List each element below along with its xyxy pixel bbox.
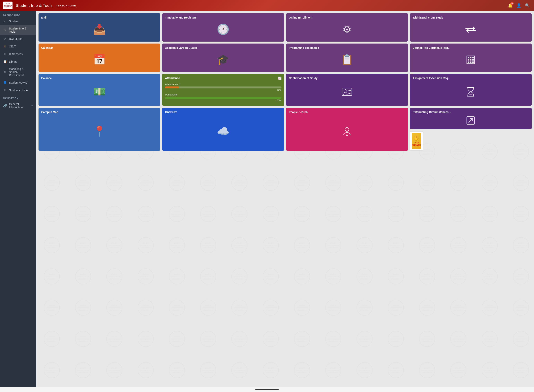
data-breach-tile[interactable]: ✋ DATABREACH [410, 131, 423, 151]
timetable-tile-icon-area: 🕐 [165, 20, 281, 39]
sidebar-item-student-info-tools[interactable]: ℹ Student Info & Tools [0, 25, 36, 35]
campus-map-tile-title: Campus Map [41, 111, 157, 114]
mail-tile-title: Mail [41, 16, 157, 19]
svg-point-22 [345, 127, 349, 131]
calendar-icon: 📅 [93, 54, 106, 65]
academic-jargon-tile[interactable]: Academic Jargon Buster 🎓 [162, 43, 284, 72]
person-location-icon [342, 126, 353, 137]
celt-icon: 🎓 [3, 45, 7, 48]
council-tax-tile-icon-area [413, 50, 529, 69]
tiles-grid: Mail 📥 Timetable and Registers 🕐 Online … [38, 13, 532, 151]
sidebar-bgfutures-label: BGFutures [9, 37, 33, 40]
attendance-progress-bg [165, 86, 281, 89]
sidebar-item-student[interactable]: ⌂ Student [0, 18, 36, 25]
online-enrollment-tile[interactable]: Online Enrollment ⚙ [286, 13, 408, 42]
svg-rect-13 [470, 61, 472, 63]
sidebar-item-celt[interactable]: 🎓 CELT [0, 42, 36, 50]
money-icon: 💵 [93, 86, 106, 98]
programme-timetables-tile-icon-area: 📋 [289, 50, 405, 69]
logo-text: BISHOP GROSSTESTE UNIVERSITY [3, 3, 13, 8]
inbox-icon: 📥 [93, 23, 106, 35]
search-icon: 🔍 [525, 3, 530, 8]
punctuality-progress-bg [165, 97, 281, 99]
campus-map-tile[interactable]: Campus Map 📍 [38, 108, 160, 151]
people-search-tile[interactable]: People Search [286, 108, 408, 151]
info-icon: ℹ [3, 28, 7, 32]
building-icon [466, 55, 476, 65]
svg-rect-10 [470, 59, 472, 61]
council-tax-tile[interactable]: Council Tax Certificate Req... [410, 43, 532, 72]
extenuating-icon-area [413, 114, 529, 126]
confirmation-study-icon-area [289, 80, 405, 103]
notification-badge: 26 [510, 2, 514, 5]
people-search-icon-area [289, 114, 405, 148]
svg-point-23 [346, 135, 348, 136]
it-icon: ⊞ [3, 52, 7, 56]
svg-rect-14 [472, 61, 474, 63]
attendance-tile[interactable]: Attendance 📈 Attendance ℹ 12% Punctualit… [162, 74, 284, 106]
attendance-progress-fill [165, 86, 179, 89]
sidebar-student-advice-label: Student Advice [9, 81, 33, 84]
university-logo[interactable]: BISHOP GROSSTESTE UNIVERSITY [3, 2, 13, 9]
graduation-icon: 🎓 [217, 54, 229, 65]
content-area: BISHOP GROSSETESTE UNIVERSITY Mail 📥 Tim… [36, 11, 534, 387]
programme-timetables-tile-title: Programme Timetables [289, 46, 405, 49]
confirmation-study-tile[interactable]: Confirmation of Study [286, 74, 408, 106]
sidebar-it-label: IT Services [9, 52, 33, 56]
extenuating-and-data-breach: Extenuating Circumstances... ✋ DATABREAC… [410, 108, 532, 151]
enrollment-icon: ⚙ [343, 24, 352, 35]
schedule-icon: 📋 [341, 54, 353, 65]
mail-tile[interactable]: Mail 📥 [38, 13, 160, 42]
balance-tile-title: Balance [41, 77, 157, 80]
header-icons: 🔔 26 👤 🔍 [507, 2, 531, 9]
hand-icon: ✋ [413, 135, 419, 141]
user-profile-button[interactable]: 👤 [515, 2, 522, 9]
sidebar-item-students-union[interactable]: ⊞ Students Union [0, 86, 36, 94]
sidebar: DASHBOARDS ⌂ Student ℹ Student Info & To… [0, 11, 36, 387]
academic-jargon-tile-title: Academic Jargon Buster [165, 46, 281, 49]
calendar-tile[interactable]: Calendar 📅 [38, 43, 160, 72]
attendance-label: Attendance ℹ [165, 83, 281, 86]
academic-jargon-tile-icon-area: 🎓 [165, 50, 281, 69]
sidebar-item-bgfutures[interactable]: ⌂ BGFutures [0, 35, 36, 42]
sidebar-general-info-label: General Information [9, 103, 29, 109]
hourglass-icon [466, 86, 476, 97]
notification-bell-button[interactable]: 🔔 26 [507, 2, 514, 9]
onedrive-tile[interactable]: OneDrive ☁️ [162, 108, 284, 151]
sidebar-item-library[interactable]: 📋 Library [0, 58, 36, 65]
sidebar-student-info-label: Student Info & Tools [9, 27, 33, 33]
bgfutures-icon: ⌂ [3, 37, 7, 41]
programme-timetables-tile[interactable]: Programme Timetables 📋 [286, 43, 408, 72]
arrows-icon [465, 26, 477, 33]
punctuality-percent: 100% [165, 99, 281, 102]
personalise-button[interactable]: PERSONALISE [56, 4, 76, 7]
sidebar-marketing-label: Marketing & Student Recruitment [9, 67, 33, 77]
assignment-ext-tile[interactable]: Assignment Extension Req... [410, 74, 532, 106]
sidebar-item-general-info[interactable]: 🔗 General Information ▼ [0, 101, 36, 111]
search-button[interactable]: 🔍 [524, 2, 531, 9]
student-advice-icon: 👤 [3, 81, 7, 84]
map-pin-icon: 📍 [93, 125, 106, 137]
home-indicator [255, 389, 279, 390]
sidebar-item-student-advice[interactable]: 👤 Student Advice [0, 79, 36, 86]
data-breach-text: DATABREACH [412, 141, 421, 146]
svg-rect-9 [468, 59, 469, 61]
sidebar-library-label: Library [9, 60, 33, 63]
arrow-external-icon [466, 116, 475, 125]
marketing-icon: ⊞ [3, 70, 7, 74]
timetable-tile[interactable]: Timetable and Registers 🕐 [162, 13, 284, 42]
extenuating-tile[interactable]: Extenuating Circumstances... [410, 108, 532, 129]
balance-tile[interactable]: Balance 💵 [38, 74, 160, 106]
general-info-icon: 🔗 [3, 104, 7, 107]
people-search-tile-title: People Search [289, 111, 405, 114]
sidebar-item-it-services[interactable]: ⊞ IT Services [0, 50, 36, 58]
user-icon: 👤 [516, 3, 521, 8]
students-union-icon: ⊞ [3, 88, 7, 92]
assignment-ext-tile-title: Assignment Extension Req... [413, 77, 529, 80]
timetable-tile-title: Timetable and Registers [165, 16, 281, 19]
punctuality-progress-fill [165, 97, 281, 99]
sidebar-item-marketing[interactable]: ⊞ Marketing & Student Recruitment [0, 65, 36, 79]
withdrawal-tile[interactable]: Withdrawal From Study [410, 13, 532, 42]
attendance-percent: 12% [165, 89, 281, 92]
calendar-tile-title: Calendar [41, 46, 157, 49]
